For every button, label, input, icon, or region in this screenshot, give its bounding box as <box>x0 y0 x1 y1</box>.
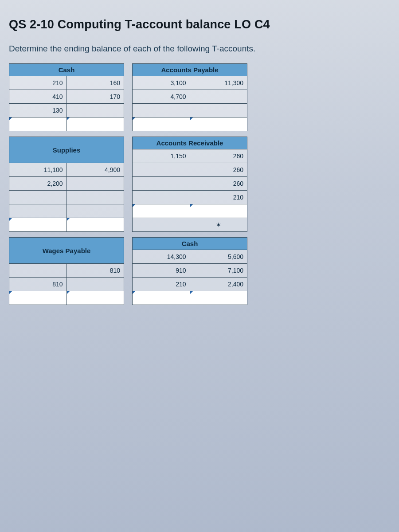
credit-cell: 4,900 <box>66 163 124 177</box>
credit-cell: 260 <box>190 149 247 163</box>
credit-balance-input[interactable] <box>190 291 247 305</box>
debit-cell: 210 <box>133 278 190 291</box>
debit-cell: 14,300 <box>133 250 190 264</box>
account-header: Cash <box>9 64 124 76</box>
empty-cell <box>133 218 190 232</box>
debit-cell <box>9 264 67 278</box>
credit-cell <box>66 278 124 291</box>
table-row <box>133 104 247 117</box>
debit-cell <box>133 191 190 204</box>
account-header: Accounts Receivable <box>133 137 247 149</box>
balance-input-row <box>9 218 124 232</box>
t-account-cash-2: Cash 14,3005,600 9107,100 2102,400 <box>132 237 247 305</box>
credit-cell: 2,400 <box>190 278 247 291</box>
balance-input-row <box>9 291 124 305</box>
debit-cell: 910 <box>133 264 190 278</box>
credit-cell <box>66 177 124 191</box>
star-icon: ✶ <box>190 218 247 232</box>
credit-cell: 7,100 <box>190 264 247 278</box>
table-row: 1,150260 <box>133 149 247 163</box>
debit-balance-input[interactable] <box>133 291 190 305</box>
credit-cell <box>66 204 124 218</box>
credit-cell: 260 <box>190 177 247 191</box>
debit-balance-input[interactable] <box>133 204 190 218</box>
balance-input-row <box>9 117 124 131</box>
debit-cell: 2,200 <box>9 177 67 191</box>
table-row: 14,3005,600 <box>133 250 247 264</box>
balance-input-row <box>133 117 247 131</box>
account-header: Wages Payable <box>9 238 124 264</box>
t-account-wages-payable: Wages Payable 810 810 <box>9 237 124 305</box>
table-row: 210160 <box>9 76 124 90</box>
t-account-grid: Cash 210160 410170 130 Accounts Payable … <box>9 63 247 310</box>
table-row <box>9 204 124 218</box>
credit-cell: 11,300 <box>190 76 247 90</box>
table-row: 210 <box>133 191 247 204</box>
table-row <box>9 191 124 204</box>
prompt-text: Determine the ending balance of each of … <box>9 44 390 54</box>
credit-cell: 160 <box>66 76 124 90</box>
debit-balance-input[interactable] <box>9 218 67 232</box>
debit-cell <box>133 177 190 191</box>
debit-cell: 210 <box>9 76 67 90</box>
table-row: ✶ <box>133 218 247 232</box>
debit-cell <box>9 204 67 218</box>
balance-input-row <box>133 291 247 305</box>
credit-cell: 260 <box>190 163 247 177</box>
credit-balance-input[interactable] <box>66 218 124 232</box>
credit-cell <box>190 104 247 117</box>
t-account-accounts-payable: Accounts Payable 3,10011,300 4,700 <box>132 63 247 131</box>
credit-cell <box>190 90 247 104</box>
page-title: QS 2-10 Computing T-account balance LO C… <box>9 18 390 31</box>
credit-balance-input[interactable] <box>66 291 124 305</box>
credit-cell: 5,600 <box>190 250 247 264</box>
balance-input-row <box>133 204 247 218</box>
table-row: 810 <box>9 278 124 291</box>
table-row: 810 <box>9 264 124 278</box>
t-account-supplies: Supplies 11,1004,900 2,200 <box>9 137 124 232</box>
t-account-cash: Cash 210160 410170 130 <box>9 63 124 131</box>
debit-balance-input[interactable] <box>133 117 190 131</box>
debit-balance-input[interactable] <box>9 291 67 305</box>
credit-balance-input[interactable] <box>66 117 124 131</box>
table-row: 130 <box>9 104 124 117</box>
debit-cell: 130 <box>9 104 67 117</box>
debit-cell: 810 <box>9 278 67 291</box>
debit-cell: 4,700 <box>133 90 190 104</box>
account-header: Supplies <box>9 137 124 163</box>
credit-cell: 810 <box>66 264 124 278</box>
credit-cell <box>66 191 124 204</box>
table-row: 410170 <box>9 90 124 104</box>
debit-cell: 410 <box>9 90 67 104</box>
table-row: 260 <box>133 177 247 191</box>
credit-cell: 210 <box>190 191 247 204</box>
debit-balance-input[interactable] <box>9 117 67 131</box>
t-account-accounts-receivable: Accounts Receivable 1,150260 260 260 210… <box>132 137 247 232</box>
credit-balance-input[interactable] <box>190 204 247 218</box>
table-row: 260 <box>133 163 247 177</box>
debit-cell: 1,150 <box>133 149 190 163</box>
table-row: 4,700 <box>133 90 247 104</box>
table-row: 9107,100 <box>133 264 247 278</box>
credit-balance-input[interactable] <box>190 117 247 131</box>
debit-cell: 3,100 <box>133 76 190 90</box>
table-row: 2,200 <box>9 177 124 191</box>
debit-cell <box>133 104 190 117</box>
table-row: 3,10011,300 <box>133 76 247 90</box>
table-row: 2102,400 <box>133 278 247 291</box>
credit-cell: 170 <box>66 90 124 104</box>
credit-cell <box>66 104 124 117</box>
account-header: Accounts Payable <box>133 64 247 76</box>
debit-cell <box>133 163 190 177</box>
account-header: Cash <box>133 238 247 250</box>
debit-cell <box>9 191 67 204</box>
table-row: 11,1004,900 <box>9 163 124 177</box>
debit-cell: 11,100 <box>9 163 67 177</box>
